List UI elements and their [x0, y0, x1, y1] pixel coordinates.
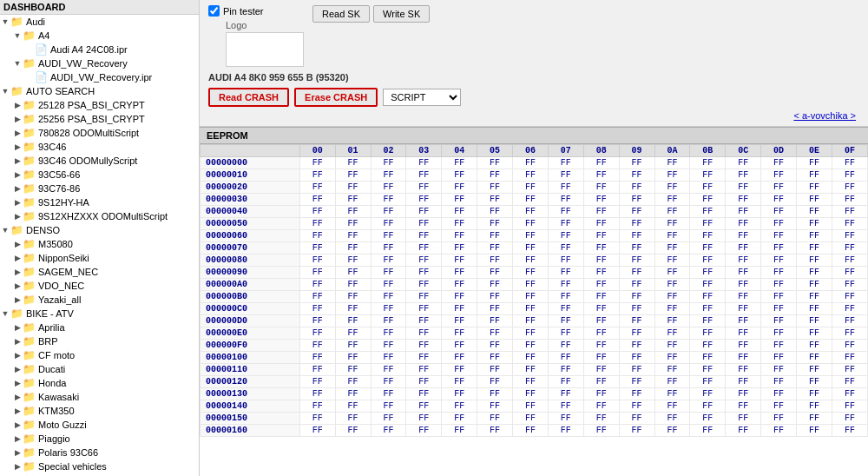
- tree-item-aprilia[interactable]: ▶📁Aprilia: [0, 321, 199, 334]
- hex-cell: FF: [690, 388, 726, 400]
- tree-item-moto_guzzi[interactable]: ▶📁Moto Guzzi: [0, 418, 199, 432]
- hex-cell: FF: [299, 169, 335, 182]
- hex-cell: FF: [477, 315, 513, 327]
- hex-cell: FF: [619, 206, 654, 218]
- folder-icon: 📁: [23, 446, 36, 459]
- hex-cell: FF: [832, 327, 867, 340]
- tree-item-93c56[interactable]: ▶📁93C56-66: [0, 168, 199, 182]
- hex-cell: FF: [690, 169, 726, 182]
- hex-cell: FF: [583, 218, 619, 230]
- hex-cell: FF: [797, 169, 832, 182]
- tree-item-bike_atv[interactable]: ▼📁BIKE - ATV: [0, 307, 199, 321]
- hex-cell: FF: [513, 413, 549, 425]
- tree-item-denso[interactable]: ▼📁DENSO: [0, 223, 199, 237]
- tree-item-9s12xhz[interactable]: ▶📁9S12XHZXXX ODOMultiScript: [0, 209, 199, 223]
- hex-cell: FF: [832, 182, 867, 194]
- hex-cell: FF: [583, 194, 619, 206]
- hex-cell: FF: [477, 388, 513, 400]
- hex-cell: FF: [583, 352, 619, 364]
- hex-cell: FF: [371, 230, 406, 242]
- tree-item-ktm350[interactable]: ▶📁KTM350: [0, 404, 199, 418]
- tree-item-piaggio[interactable]: ▶📁Piaggio: [0, 432, 199, 446]
- tree-item-kawasaki[interactable]: ▶📁Kawasaki: [0, 390, 199, 404]
- tree-arrow-icon: ▼: [0, 17, 10, 26]
- write-sk-button[interactable]: Write SK: [373, 5, 430, 23]
- tree-item-label: M35080: [38, 239, 73, 249]
- erase-crash-button[interactable]: Erase CRASH: [294, 88, 378, 107]
- hex-cell: FF: [832, 364, 867, 376]
- tree-item-brp[interactable]: ▶📁BRP: [0, 334, 199, 348]
- tree-item-audi_a4_file[interactable]: 📄Audi A4 24C08.ipr: [0, 43, 199, 56]
- tree-arrow-icon: ▶: [12, 393, 23, 401]
- tree-item-25256[interactable]: ▶📁25256 PSA_BSI_CRYPT: [0, 112, 199, 126]
- tree-item-93c46[interactable]: ▶📁93C46: [0, 140, 199, 154]
- hex-cell: FF: [477, 157, 513, 169]
- hex-cell: FF: [654, 291, 690, 303]
- hex-cell: FF: [761, 352, 797, 364]
- hex-cell: FF: [406, 267, 442, 279]
- read-sk-button[interactable]: Read SK: [312, 5, 370, 23]
- file-tree-panel[interactable]: DASHBOARD ▼📁Audi▼📁A4📄Audi A4 24C08.ipr▼📁…: [0, 0, 200, 476]
- tree-item-ducati[interactable]: ▶📁Ducati: [0, 362, 199, 376]
- tree-item-93c46_odo[interactable]: ▶📁93C46 ODOMullyScript: [0, 154, 199, 168]
- tree-item-9s12hy[interactable]: ▶📁9S12HY-HA: [0, 195, 199, 209]
- tree-item-yazaki[interactable]: ▶📁Yazaki_all: [0, 293, 199, 307]
- script-dropdown[interactable]: SCRIPT: [383, 89, 461, 106]
- hex-cell: FF: [583, 413, 619, 425]
- hex-cell: FF: [583, 206, 619, 218]
- hex-cell: FF: [583, 364, 619, 376]
- tree-item-polaris[interactable]: ▶📁Polaris 93C66: [0, 446, 199, 459]
- hex-cell: FF: [619, 315, 654, 327]
- table-row: 000000D0FFFFFFFFFFFFFFFFFFFFFFFFFFFFFFFF: [201, 315, 868, 327]
- tree-item-vdo_nec[interactable]: ▶📁VDO_NEC: [0, 279, 199, 293]
- hex-cell: FF: [726, 279, 761, 291]
- hex-cell: FF: [513, 303, 549, 315]
- hex-cell: FF: [761, 303, 797, 315]
- pin-tester-checkbox[interactable]: [208, 5, 220, 17]
- read-crash-button[interactable]: Read CRASH: [208, 88, 289, 107]
- tree-item-label: 93C76-86: [38, 183, 80, 194]
- tree-item-m35080[interactable]: ▶📁M35080: [0, 237, 199, 251]
- hex-cell: FF: [690, 194, 726, 206]
- tree-item-honda[interactable]: ▶📁Honda: [0, 376, 199, 390]
- hex-cell: FF: [690, 206, 726, 218]
- tree-item-label: Audi A4 24C08.ipr: [50, 44, 128, 55]
- hex-cell: FF: [832, 157, 867, 169]
- eeprom-table-container[interactable]: 000102030405060708090A0B0C0D0E0F 0000000…: [200, 144, 868, 476]
- hex-cell: FF: [299, 376, 335, 388]
- hex-cell: FF: [442, 157, 477, 169]
- tree-item-audi_vw_file[interactable]: 📄AUDI_VW_Recovery.ipr: [0, 70, 199, 84]
- tree-item-audi_vw_recovery[interactable]: ▼📁AUDI_VW_Recovery: [0, 56, 199, 70]
- hex-cell: FF: [335, 218, 371, 230]
- hex-cell: FF: [690, 267, 726, 279]
- tree-item-93c76[interactable]: ▶📁93C76-86: [0, 182, 199, 195]
- tree-arrow-icon: ▶: [12, 115, 23, 123]
- tree-item-sagem_nec[interactable]: ▶📁SAGEM_NEC: [0, 265, 199, 279]
- tree-item-780828[interactable]: ▶📁780828 ODOMultiScript: [0, 126, 199, 140]
- hex-cell: FF: [299, 327, 335, 340]
- hex-cell: FF: [583, 242, 619, 255]
- hex-cell: FF: [797, 267, 832, 279]
- hex-cell: FF: [619, 352, 654, 364]
- tree-item-label: Kawasaki: [38, 392, 79, 402]
- hex-cell: FF: [406, 388, 442, 400]
- hex-cell: FF: [690, 157, 726, 169]
- hex-cell: FF: [477, 169, 513, 182]
- tree-item-a4[interactable]: ▼📁A4: [0, 29, 199, 43]
- author-link[interactable]: < a-vovchika >: [793, 110, 856, 121]
- hex-cell: FF: [548, 255, 583, 267]
- hex-cell: FF: [654, 157, 690, 169]
- tree-item-auto_search[interactable]: ▼📁AUTO SEARCH: [0, 84, 199, 98]
- row-address: 00000110: [201, 364, 300, 376]
- table-row: 000000E0FFFFFFFFFFFFFFFFFFFFFFFFFFFFFFFF: [201, 327, 868, 340]
- hex-cell: FF: [761, 327, 797, 340]
- tree-item-nipponseiki[interactable]: ▶📁NipponSeiki: [0, 251, 199, 265]
- hex-cell: FF: [371, 376, 406, 388]
- tree-item-special[interactable]: ▶📁Special vehicles: [0, 459, 199, 473]
- tree-item-cf_moto[interactable]: ▶📁CF moto: [0, 348, 199, 362]
- tree-item-audi[interactable]: ▼📁Audi: [0, 15, 199, 29]
- hex-cell: FF: [335, 352, 371, 364]
- hex-cell: FF: [442, 388, 477, 400]
- tree-item-25128[interactable]: ▶📁25128 PSA_BSI_CRYPT: [0, 98, 199, 112]
- hex-cell: FF: [513, 388, 549, 400]
